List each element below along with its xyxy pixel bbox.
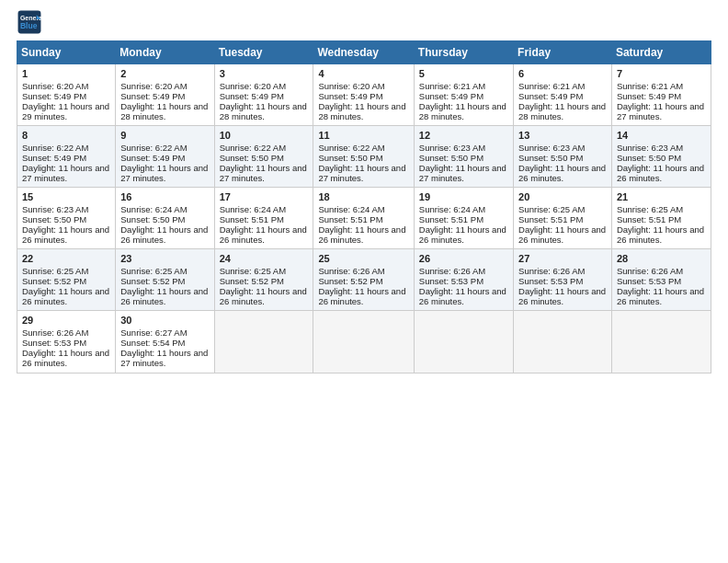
day-number: 9 [120,130,209,141]
sunset: Sunset: 5:50 PM [518,153,583,163]
calendar-cell: 29 Sunrise: 6:26 AM Sunset: 5:53 PM Dayl… [17,311,116,373]
daylight: Daylight: 11 hours and 27 minutes. [419,163,506,183]
calendar-cell: 30 Sunrise: 6:27 AM Sunset: 5:54 PM Dayl… [116,311,214,373]
day-header-friday: Friday [514,41,612,64]
sunrise: Sunrise: 6:23 AM [22,204,88,214]
sunset: Sunset: 5:51 PM [318,214,382,224]
sunrise: Sunrise: 6:26 AM [318,266,384,276]
sunrise: Sunrise: 6:21 AM [617,81,683,91]
day-number: 7 [617,68,706,79]
sunset: Sunset: 5:52 PM [120,276,185,286]
sunset: Sunset: 5:49 PM [220,91,284,101]
calendar-cell: 14 Sunrise: 6:23 AM Sunset: 5:50 PM Dayl… [611,126,711,188]
day-number: 11 [318,130,408,141]
daylight: Daylight: 11 hours and 26 minutes. [22,286,109,306]
page: General Blue SundayMondayTuesdayWednesda… [0,0,728,383]
sunrise: Sunrise: 6:22 AM [318,143,384,153]
day-number: 15 [22,191,110,202]
day-number: 2 [120,68,209,79]
calendar-cell: 18 Sunrise: 6:24 AM Sunset: 5:51 PM Dayl… [313,188,414,249]
calendar-cell: 1 Sunrise: 6:20 AM Sunset: 5:49 PM Dayli… [17,64,116,126]
calendar-cell [514,311,612,373]
sunset: Sunset: 5:49 PM [120,153,185,163]
calendar-cell: 25 Sunrise: 6:26 AM Sunset: 5:52 PM Dayl… [313,249,414,311]
calendar-cell: 8 Sunrise: 6:22 AM Sunset: 5:49 PM Dayli… [17,126,116,188]
daylight: Daylight: 11 hours and 28 minutes. [518,101,606,121]
sunset: Sunset: 5:49 PM [419,91,483,101]
sunset: Sunset: 5:51 PM [220,214,284,224]
daylight: Daylight: 11 hours and 27 minutes. [617,101,704,121]
sunrise: Sunrise: 6:22 AM [220,143,286,153]
sunset: Sunset: 5:49 PM [120,91,185,101]
day-number: 21 [617,191,706,202]
daylight: Daylight: 11 hours and 26 minutes. [518,286,606,306]
day-number: 25 [318,253,408,264]
sunrise: Sunrise: 6:26 AM [617,266,683,276]
sunrise: Sunrise: 6:20 AM [120,81,187,91]
day-number: 12 [419,130,508,141]
sunrise: Sunrise: 6:22 AM [22,143,88,153]
day-header-wednesday: Wednesday [313,41,414,64]
sunset: Sunset: 5:51 PM [518,214,583,224]
sunrise: Sunrise: 6:22 AM [120,143,187,153]
sunset: Sunset: 5:50 PM [419,153,483,163]
daylight: Daylight: 11 hours and 27 minutes. [318,163,405,183]
day-number: 30 [120,315,209,326]
sunset: Sunset: 5:51 PM [617,214,681,224]
daylight: Daylight: 11 hours and 26 minutes. [419,224,506,245]
daylight: Daylight: 11 hours and 28 minutes. [120,101,208,121]
daylight: Daylight: 11 hours and 26 minutes. [518,163,606,183]
logo: General Blue [17,9,42,35]
sunrise: Sunrise: 6:23 AM [419,143,485,153]
sunrise: Sunrise: 6:24 AM [419,204,485,214]
daylight: Daylight: 11 hours and 27 minutes. [120,348,208,368]
day-number: 29 [22,315,110,326]
day-number: 1 [22,68,110,79]
sunset: Sunset: 5:49 PM [617,91,681,101]
header: General Blue [17,9,711,35]
calendar-cell [214,311,313,373]
calendar-cell: 21 Sunrise: 6:25 AM Sunset: 5:51 PM Dayl… [611,188,711,249]
sunrise: Sunrise: 6:26 AM [419,266,485,276]
calendar-cell: 22 Sunrise: 6:25 AM Sunset: 5:52 PM Dayl… [17,249,116,311]
sunrise: Sunrise: 6:25 AM [617,204,683,214]
calendar-cell: 2 Sunrise: 6:20 AM Sunset: 5:49 PM Dayli… [116,64,214,126]
daylight: Daylight: 11 hours and 26 minutes. [22,348,109,368]
day-header-monday: Monday [116,41,214,64]
daylight: Daylight: 11 hours and 26 minutes. [318,224,405,245]
daylight: Daylight: 11 hours and 27 minutes. [120,163,208,183]
sunset: Sunset: 5:52 PM [318,276,382,286]
daylight: Daylight: 11 hours and 26 minutes. [220,286,307,306]
sunset: Sunset: 5:50 PM [220,153,284,163]
calendar-cell: 6 Sunrise: 6:21 AM Sunset: 5:49 PM Dayli… [514,64,612,126]
daylight: Daylight: 11 hours and 27 minutes. [220,163,307,183]
sunrise: Sunrise: 6:23 AM [617,143,683,153]
sunrise: Sunrise: 6:23 AM [518,143,585,153]
daylight: Daylight: 11 hours and 26 minutes. [220,224,307,245]
day-header-tuesday: Tuesday [214,41,313,64]
calendar-cell: 23 Sunrise: 6:25 AM Sunset: 5:52 PM Dayl… [116,249,214,311]
logo-icon: General Blue [17,9,42,35]
sunrise: Sunrise: 6:24 AM [318,204,384,214]
sunrise: Sunrise: 6:27 AM [120,327,187,338]
calendar-cell: 27 Sunrise: 6:26 AM Sunset: 5:53 PM Dayl… [514,249,612,311]
daylight: Daylight: 11 hours and 27 minutes. [22,163,109,183]
sunset: Sunset: 5:54 PM [120,338,185,348]
sunset: Sunset: 5:49 PM [22,153,86,163]
calendar-cell: 5 Sunrise: 6:21 AM Sunset: 5:49 PM Dayli… [414,64,513,126]
sunset: Sunset: 5:53 PM [419,276,483,286]
calendar-cell: 19 Sunrise: 6:24 AM Sunset: 5:51 PM Dayl… [414,188,513,249]
day-number: 10 [220,130,309,141]
calendar-cell [313,311,414,373]
sunset: Sunset: 5:49 PM [318,91,382,101]
sunrise: Sunrise: 6:25 AM [120,266,187,276]
daylight: Daylight: 11 hours and 26 minutes. [120,224,208,245]
sunset: Sunset: 5:50 PM [22,214,86,224]
calendar-cell: 4 Sunrise: 6:20 AM Sunset: 5:49 PM Dayli… [313,64,414,126]
sunrise: Sunrise: 6:24 AM [220,204,286,214]
day-number: 19 [419,191,508,202]
daylight: Daylight: 11 hours and 28 minutes. [318,101,405,121]
sunset: Sunset: 5:49 PM [22,91,86,101]
sunrise: Sunrise: 6:20 AM [220,81,286,91]
calendar-cell: 24 Sunrise: 6:25 AM Sunset: 5:52 PM Dayl… [214,249,313,311]
